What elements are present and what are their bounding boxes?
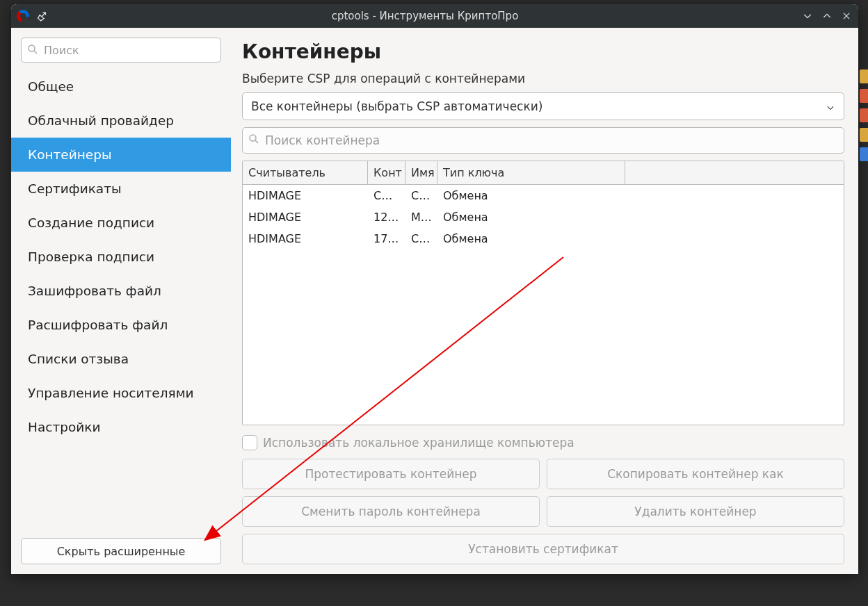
test-container-button[interactable]: Протестировать контейнер	[242, 459, 540, 489]
sidebar-item-7[interactable]: Расшифровать файл	[21, 308, 221, 342]
app-icon	[17, 10, 29, 22]
copy-container-button[interactable]: Скопировать контейнер как	[547, 459, 844, 489]
table-cell: 12…	[368, 209, 405, 225]
page-title: Контейнеры	[242, 40, 844, 63]
background-decoration	[860, 69, 868, 167]
table-cell: C…	[368, 188, 405, 204]
col-container[interactable]: Конт	[368, 161, 405, 184]
table-cell: M…	[405, 209, 437, 225]
sidebar-item-4[interactable]: Создание подписи	[21, 206, 221, 240]
sidebar-item-3[interactable]: Сертификаты	[21, 172, 221, 206]
hide-advanced-button[interactable]: Скрыть расширенные	[21, 538, 221, 564]
install-certificate-button[interactable]: Установить сертификат	[242, 534, 844, 564]
sidebar-item-8[interactable]: Списки отзыва	[21, 342, 221, 376]
table-cell: HDIMAGE	[243, 209, 368, 225]
table-cell: 17…	[368, 231, 405, 247]
containers-table: Считыватель Конт Имя Тип ключа HDIMAGEC……	[242, 161, 844, 425]
table-cell: Обмена	[437, 188, 625, 204]
table-cell: HDIMAGE	[243, 231, 368, 247]
search-icon	[248, 133, 260, 145]
svg-point-2	[29, 45, 35, 51]
table-row[interactable]: HDIMAGEC…C…Обмена	[243, 185, 844, 206]
sidebar: ОбщееОблачный провайдерКонтейнерыСертифи…	[11, 28, 231, 574]
window-title: cptools - Инструменты КриптоПро	[49, 10, 801, 22]
titlebar: cptools - Инструменты КриптоПро	[11, 4, 858, 28]
table-row[interactable]: HDIMAGE17…CP…Обмена	[243, 228, 844, 249]
main-panel: Контейнеры Выберите CSP для операций с к…	[231, 28, 858, 574]
sidebar-item-5[interactable]: Проверка подписи	[21, 240, 221, 274]
col-key-type[interactable]: Тип ключа	[437, 161, 625, 184]
svg-line-3	[34, 51, 37, 54]
table-cell: C…	[405, 188, 437, 204]
local-store-checkbox[interactable]	[242, 435, 257, 450]
table-cell: CP…	[405, 231, 437, 247]
container-search-input[interactable]	[242, 127, 844, 154]
sidebar-item-1[interactable]: Облачный провайдер	[21, 104, 221, 138]
sidebar-item-6[interactable]: Зашифровать файл	[21, 274, 221, 308]
local-store-label: Использовать локальное хранилище компьют…	[263, 436, 574, 450]
col-reader[interactable]: Считыватель	[243, 161, 368, 184]
search-icon	[26, 43, 39, 56]
sidebar-item-9[interactable]: Управление носителями	[21, 376, 221, 410]
sidebar-item-0[interactable]: Общее	[21, 69, 221, 104]
csp-selected-value: Все контейнеры (выбрать CSP автоматическ…	[251, 99, 542, 113]
table-row[interactable]: HDIMAGE12…M…Обмена	[243, 206, 844, 228]
table-header: Считыватель Конт Имя Тип ключа	[243, 161, 844, 185]
page-subtitle: Выберите CSP для операций с контейнерами	[242, 72, 844, 85]
svg-point-4	[250, 135, 256, 141]
table-cell: Обмена	[437, 209, 625, 225]
change-password-button[interactable]: Сменить пароль контейнера	[242, 496, 540, 527]
csp-select[interactable]: Все контейнеры (выбрать CSP автоматическ…	[242, 92, 844, 120]
svg-line-5	[255, 140, 258, 143]
minimize-icon[interactable]	[801, 10, 814, 22]
col-spare	[625, 161, 844, 184]
col-name[interactable]: Имя	[405, 161, 437, 184]
chevron-down-icon	[826, 103, 835, 113]
sidebar-search-input[interactable]	[21, 38, 221, 63]
maximize-icon[interactable]	[821, 10, 833, 22]
app-window: cptools - Инструменты КриптоПро ОбщееОбл…	[11, 4, 858, 574]
delete-container-button[interactable]: Удалить контейнер	[547, 496, 844, 527]
table-cell: Обмена	[437, 231, 625, 247]
close-icon[interactable]	[840, 10, 853, 22]
table-cell: HDIMAGE	[243, 188, 368, 204]
sidebar-item-10[interactable]: Настройки	[21, 410, 221, 444]
sidebar-item-2[interactable]: Контейнеры	[11, 138, 231, 172]
